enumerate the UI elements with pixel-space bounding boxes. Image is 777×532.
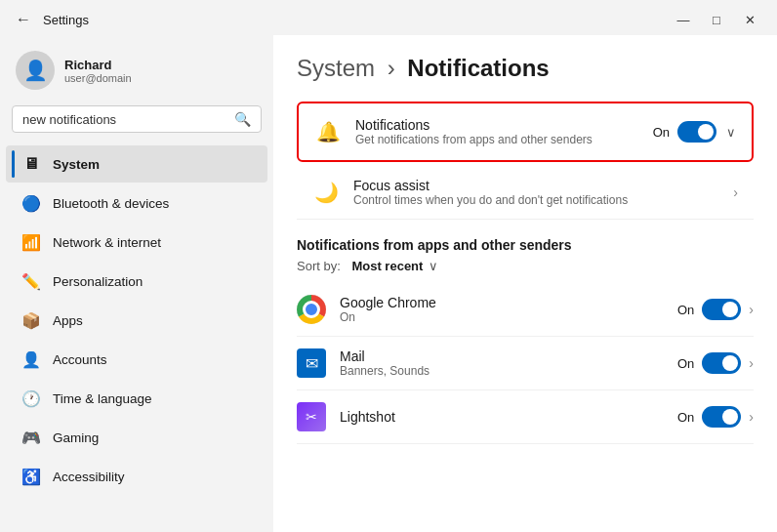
focus-card-text: Focus assist Control times when you do a… [353, 178, 719, 207]
chrome-svg [297, 295, 326, 324]
sort-chevron-icon[interactable]: ∨ [429, 259, 438, 273]
sidebar-item-accessibility[interactable]: ♿ Accessibility [6, 458, 267, 495]
app-card-chrome: Google Chrome On On › [297, 283, 754, 337]
chrome-text: Google Chrome On [340, 295, 664, 324]
network-icon: 📶 [21, 232, 41, 252]
chrome-chevron-icon[interactable]: › [749, 302, 754, 317]
breadcrumb-separator: › [388, 55, 395, 81]
notifications-toggle[interactable] [677, 121, 716, 143]
lightshot-text: Lightshot [340, 409, 664, 425]
focus-card-right[interactable]: › [733, 184, 738, 200]
app-body: 👤 Richard user@domain 🔍 🖥 System 🔵 Bluet… [0, 35, 777, 532]
notifications-card-title: Notifications [355, 117, 639, 133]
notifications-card-sub: Get notifications from apps and other se… [355, 133, 639, 146]
bluetooth-icon: 🔵 [21, 193, 41, 213]
sidebar-item-label: Apps [53, 313, 83, 328]
sidebar: 👤 Richard user@domain 🔍 🖥 System 🔵 Bluet… [0, 35, 273, 532]
minimize-button[interactable]: — [668, 8, 699, 31]
sidebar-item-label: Network & internet [53, 235, 161, 250]
notifications-status: On [653, 125, 670, 140]
lightshot-chevron-icon[interactable]: › [749, 409, 754, 425]
user-sub: user@domain [64, 72, 132, 84]
sidebar-item-gaming[interactable]: 🎮 Gaming [6, 419, 267, 456]
lightshot-name: Lightshot [340, 409, 664, 425]
breadcrumb-current: Notifications [407, 55, 549, 81]
sidebar-item-label: System [53, 157, 100, 172]
focus-assist-card: 🌙 Focus assist Control times when you do… [297, 166, 754, 220]
sidebar-item-label: Personalization [53, 274, 143, 289]
chrome-sub: On [340, 310, 664, 324]
mail-toggle[interactable] [702, 352, 741, 374]
system-icon: 🖥 [21, 154, 41, 174]
personalization-icon: ✏️ [21, 271, 41, 291]
lightshot-status: On [677, 410, 694, 425]
gaming-icon: 🎮 [21, 428, 41, 447]
lightshot-toggle[interactable] [702, 406, 741, 428]
sidebar-item-network[interactable]: 📶 Network & internet [6, 224, 267, 261]
content-area: System › Notifications 🔔 Notifications G… [273, 35, 777, 532]
user-info: Richard user@domain [64, 58, 132, 84]
user-name: Richard [64, 58, 132, 72]
sidebar-item-label: Gaming [53, 430, 99, 445]
titlebar: ← Settings — □ ✕ [0, 0, 777, 35]
apps-section-header: Notifications from apps and other sender… [297, 237, 754, 253]
titlebar-controls: — □ ✕ [668, 8, 765, 31]
titlebar-left: ← Settings [12, 9, 89, 30]
chrome-right: On › [677, 299, 754, 320]
notifications-card: 🔔 Notifications Get notifications from a… [297, 102, 754, 162]
sidebar-item-accounts[interactable]: 👤 Accounts [6, 341, 267, 378]
mail-icon: ✉ [297, 348, 326, 378]
app-card-lightshot: ✂ Lightshot On › [297, 390, 754, 444]
back-button[interactable]: ← [12, 9, 35, 30]
apps-icon: 📦 [21, 310, 41, 330]
mail-chevron-icon[interactable]: › [749, 355, 754, 371]
mail-sub: Banners, Sounds [340, 364, 664, 378]
lightshot-right: On › [677, 406, 754, 428]
sort-row: Sort by: Most recent ∨ [297, 259, 754, 273]
time-icon: 🕐 [21, 389, 41, 408]
notifications-card-right: On ∨ [653, 121, 736, 143]
lightshot-icon: ✂ [297, 402, 326, 431]
sidebar-item-bluetooth[interactable]: 🔵 Bluetooth & devices [6, 184, 267, 222]
mail-status: On [677, 356, 694, 371]
close-button[interactable]: ✕ [734, 8, 765, 31]
mail-text: Mail Banners, Sounds [340, 348, 664, 378]
chevron-right-icon: › [733, 184, 738, 200]
avatar: 👤 [16, 51, 55, 90]
focus-icon: 🌙 [312, 179, 340, 206]
search-box[interactable]: 🔍 [12, 105, 262, 133]
chrome-icon [297, 295, 326, 324]
sidebar-item-personalization[interactable]: ✏️ Personalization [6, 263, 267, 300]
sidebar-item-time[interactable]: 🕐 Time & language [6, 380, 267, 417]
mail-right: On › [677, 352, 754, 374]
sidebar-item-label: Accounts [53, 352, 107, 367]
chevron-down-icon[interactable]: ∨ [726, 125, 736, 140]
chrome-status: On [677, 303, 694, 317]
titlebar-title: Settings [43, 13, 89, 27]
user-section: 👤 Richard user@domain [0, 43, 273, 105]
focus-card-title: Focus assist [353, 178, 719, 193]
maximize-button[interactable]: □ [701, 8, 732, 31]
search-icon: 🔍 [234, 111, 251, 127]
sidebar-item-apps[interactable]: 📦 Apps [6, 302, 267, 339]
page-header: System › Notifications [297, 55, 754, 82]
chrome-toggle[interactable] [702, 299, 741, 320]
app-card-mail: ✉ Mail Banners, Sounds On › [297, 337, 754, 390]
accounts-icon: 👤 [21, 349, 41, 369]
mail-name: Mail [340, 348, 664, 364]
notifications-card-text: Notifications Get notifications from app… [355, 117, 639, 146]
bell-icon: 🔔 [314, 118, 342, 145]
sort-label: Sort by: [297, 259, 341, 273]
svg-point-2 [307, 306, 315, 313]
sidebar-item-label: Accessibility [53, 470, 125, 484]
breadcrumb-parent: System [297, 55, 375, 81]
svg-point-1 [306, 304, 317, 315]
search-input[interactable] [22, 112, 228, 127]
accessibility-icon: ♿ [21, 467, 41, 486]
focus-card-sub: Control times when you do and don't get … [353, 193, 719, 207]
sidebar-item-label: Bluetooth & devices [53, 196, 169, 211]
sort-value[interactable]: Most recent [351, 259, 423, 273]
chrome-name: Google Chrome [340, 295, 664, 310]
sidebar-item-system[interactable]: 🖥 System [6, 145, 267, 183]
sidebar-item-label: Time & language [53, 391, 152, 406]
